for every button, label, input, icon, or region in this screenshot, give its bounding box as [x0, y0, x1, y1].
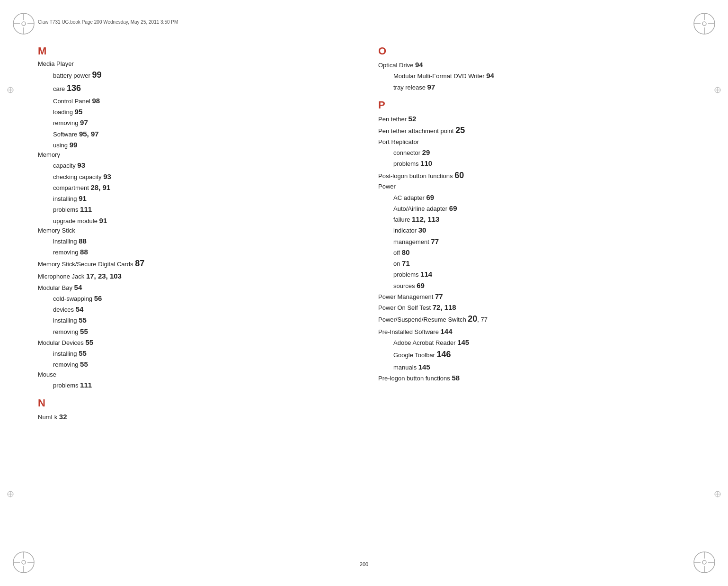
- section-letter-m: M: [38, 45, 350, 57]
- entry-on: on 71: [378, 258, 690, 269]
- entry-modular-dvd: Modular Multi-Format DVD Writer 94: [378, 70, 690, 81]
- entry-post-logon: Post-logon button functions 60: [378, 169, 690, 182]
- entry-pen-tether: Pen tether 52: [378, 113, 690, 124]
- entry-memory-stick: Memory Stick: [38, 226, 350, 235]
- section-p: P Pen tether 52 Pen tether attachment po…: [378, 99, 690, 383]
- entry-adobe: Adobe Acrobat Reader 145: [378, 337, 690, 348]
- edge-mark-left: [6, 85, 15, 97]
- entry-sources: sources 69: [378, 280, 690, 291]
- entry-battery-power: battery power 99: [38, 69, 350, 82]
- entry-removing-md: removing 55: [38, 359, 350, 370]
- entry-indicator: indicator 30: [378, 225, 690, 235]
- entry-removing-ms: removing 88: [38, 246, 350, 257]
- entry-memory: Memory: [38, 150, 350, 160]
- page-number: 200: [360, 561, 368, 567]
- corner-decoration-bl: [9, 548, 38, 577]
- entry-capacity: capacity 93: [38, 160, 350, 171]
- entry-auto-airline: Auto/Airline adapter 69: [378, 203, 690, 214]
- svg-point-7: [702, 22, 706, 26]
- entry-connector: connector 29: [378, 147, 690, 158]
- entry-devices: devices 54: [38, 304, 350, 315]
- entry-power-on-self-test: Power On Self Test 72, 118: [378, 302, 690, 313]
- entry-memory-stick-secure: Memory Stick/Secure Digital Cards 87: [38, 257, 350, 270]
- page: Claw T731 UG.book Page 200 Wednesday, Ma…: [0, 0, 728, 586]
- entry-port-replicator: Port Replicator: [378, 137, 690, 147]
- entry-installing-md: installing 55: [38, 348, 350, 359]
- entry-control-panel: Control Panel 98: [38, 95, 350, 106]
- entry-optical-drive: Optical Drive 94: [378, 59, 690, 70]
- entry-loading: loading 95: [38, 106, 350, 117]
- section-letter-p: P: [378, 99, 690, 111]
- entry-power-suspend: Power/Suspend/Resume Switch 20, 77: [378, 313, 690, 326]
- entry-tray-release: tray release 97: [378, 81, 690, 92]
- entry-power-management: Power Management 77: [378, 291, 690, 302]
- svg-point-1: [22, 22, 26, 26]
- svg-point-13: [22, 560, 26, 564]
- corner-decoration-br: [690, 548, 719, 577]
- edge-mark-left-bottom: [6, 489, 15, 501]
- entry-pre-logon: Pre-logon button functions 58: [378, 372, 690, 383]
- entry-checking-capacity: checking capacity 93: [38, 171, 350, 182]
- entry-power: Power: [378, 182, 690, 191]
- entry-modular-devices: Modular Devices 55: [38, 337, 350, 348]
- edge-mark-right-bottom: [713, 489, 722, 501]
- entry-pen-tether-attachment: Pen tether attachment point 25: [378, 124, 690, 137]
- entry-problems-mouse: problems 111: [38, 379, 350, 390]
- entry-removing-mb: removing 55: [38, 326, 350, 337]
- entry-installing-ms: installing 88: [38, 235, 350, 246]
- entry-numlk: NumLk 32: [38, 411, 350, 422]
- entry-installing-mb: installing 55: [38, 315, 350, 325]
- section-o: O Optical Drive 94 Modular Multi-Format …: [378, 45, 690, 92]
- entry-google-toolbar: Google Toolbar 146: [378, 348, 690, 361]
- header-bar: Claw T731 UG.book Page 200 Wednesday, Ma…: [38, 18, 690, 26]
- corner-decoration-tl: [9, 9, 38, 38]
- right-column: O Optical Drive 94 Modular Multi-Format …: [378, 36, 690, 558]
- entry-care: care 136: [38, 82, 350, 95]
- entry-using: using 99: [38, 139, 350, 150]
- header-text: Claw T731 UG.book Page 200 Wednesday, Ma…: [38, 19, 178, 25]
- entry-problems-power: problems 114: [378, 269, 690, 279]
- entry-manuals: manuals 145: [378, 361, 690, 372]
- section-m: M Media Player battery power 99 care 136…: [38, 45, 350, 390]
- section-letter-o: O: [378, 45, 690, 57]
- entry-cold-swapping: cold-swapping 56: [38, 293, 350, 304]
- content-area: M Media Player battery power 99 care 136…: [38, 36, 690, 558]
- entry-pre-installed: Pre-Installed Software 144: [378, 326, 690, 337]
- entry-compartment: compartment 28, 91: [38, 182, 350, 193]
- entry-problems-mem: problems 111: [38, 204, 350, 215]
- entry-problems-pr: problems 110: [378, 158, 690, 169]
- entry-off: off 80: [378, 247, 690, 258]
- entry-management: management 77: [378, 236, 690, 247]
- entry-modular-bay: Modular Bay 54: [38, 282, 350, 293]
- entry-removing-mp: removing 97: [38, 117, 350, 128]
- entry-ac-adapter: AC adapter 69: [378, 192, 690, 203]
- entry-upgrade-module: upgrade module 91: [38, 215, 350, 226]
- entry-failure: failure 112, 113: [378, 214, 690, 225]
- entry-microphone-jack: Microphone Jack 17, 23, 103: [38, 270, 350, 281]
- section-n: N NumLk 32: [38, 397, 350, 422]
- entry-software: Software 95, 97: [38, 128, 350, 139]
- entry-installing-mem: installing 91: [38, 193, 350, 204]
- left-column: M Media Player battery power 99 care 136…: [38, 36, 350, 558]
- corner-decoration-tr: [690, 9, 719, 38]
- section-letter-n: N: [38, 397, 350, 409]
- svg-point-19: [702, 560, 706, 564]
- entry-media-player: Media Player: [38, 59, 350, 69]
- entry-mouse: Mouse: [38, 370, 350, 379]
- edge-mark-right: [713, 85, 722, 97]
